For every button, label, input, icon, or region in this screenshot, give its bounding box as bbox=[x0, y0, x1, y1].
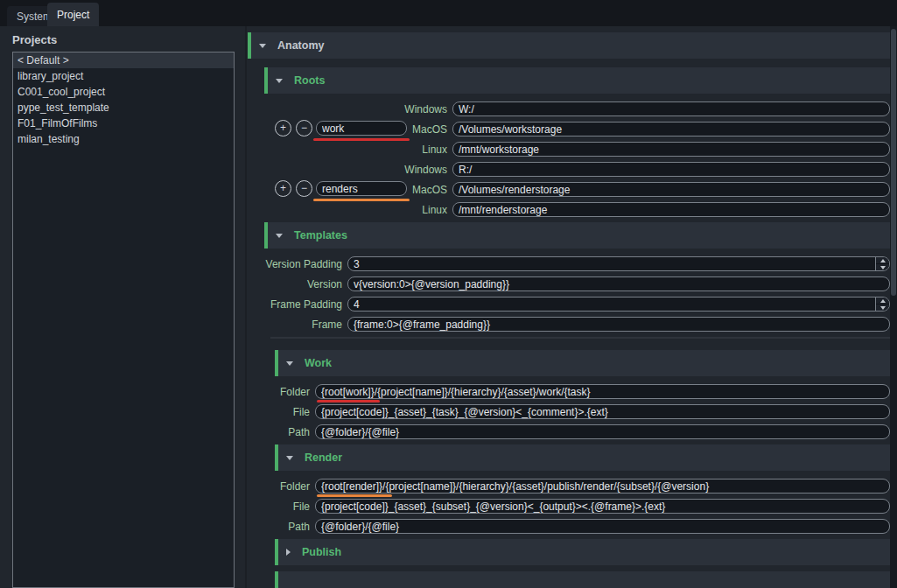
root-macos-input[interactable] bbox=[452, 182, 890, 197]
templates-section-title: Templates bbox=[294, 229, 347, 242]
field-label: Folder bbox=[275, 480, 315, 493]
field-row: Windows bbox=[264, 162, 890, 177]
projects-panel: Projects < Default > library_project C00… bbox=[0, 26, 245, 588]
project-list-item[interactable]: C001_cool_project bbox=[13, 84, 234, 100]
remove-root-button[interactable]: − bbox=[296, 180, 312, 197]
root-linux-input[interactable] bbox=[452, 202, 890, 217]
roots-section-header[interactable]: Roots bbox=[264, 67, 890, 94]
field-label: Path bbox=[275, 521, 315, 533]
work-section: Work Folder File bbox=[275, 350, 890, 439]
root-linux-input[interactable] bbox=[452, 142, 890, 157]
field-row: Path bbox=[275, 424, 890, 439]
render-section-title: Render bbox=[305, 452, 342, 464]
field-label: Linux bbox=[264, 144, 452, 156]
roots-section-body: + − Windows MacOS bbox=[264, 94, 890, 217]
field-label: Windows bbox=[264, 103, 452, 116]
spinbox-buttons[interactable] bbox=[875, 257, 889, 270]
render-file-input[interactable] bbox=[315, 499, 890, 514]
project-list[interactable]: < Default > library_project C001_cool_pr… bbox=[12, 52, 235, 588]
publish-section-header[interactable]: Publish bbox=[275, 539, 890, 565]
field-row: Version Padding bbox=[264, 256, 890, 271]
field-row: File bbox=[275, 404, 890, 419]
work-folder-input[interactable] bbox=[315, 384, 890, 399]
collapse-caret-icon bbox=[286, 456, 293, 460]
version-padding-input[interactable] bbox=[347, 256, 890, 271]
root-entry-work: + − Windows MacOS bbox=[264, 102, 890, 157]
project-list-item[interactable]: F01_FilmOfFilms bbox=[13, 116, 234, 131]
render-folder-input[interactable] bbox=[315, 479, 890, 494]
root-entry-controls: + − bbox=[275, 180, 450, 199]
field-label: Folder bbox=[275, 386, 315, 398]
remove-root-button[interactable]: − bbox=[296, 120, 312, 136]
field-row: Windows bbox=[264, 102, 890, 116]
field-row: Path bbox=[275, 519, 890, 534]
field-row: Folder bbox=[275, 479, 890, 494]
roots-section-title: Roots bbox=[294, 74, 325, 87]
modified-underline bbox=[313, 138, 410, 141]
field-row: Frame Padding bbox=[264, 297, 890, 312]
field-row: Frame bbox=[264, 317, 890, 332]
field-label: Version bbox=[264, 278, 347, 290]
override-underline bbox=[313, 199, 410, 201]
field-label: Frame bbox=[264, 318, 347, 331]
publish-section-title: Publish bbox=[302, 546, 341, 558]
project-list-item-default[interactable]: < Default > bbox=[13, 52, 234, 68]
field-label: File bbox=[275, 500, 315, 513]
field-row: File bbox=[275, 499, 890, 514]
root-macos-input[interactable] bbox=[452, 122, 890, 136]
render-section-header[interactable]: Render bbox=[275, 444, 890, 471]
root-entry-controls: + − bbox=[275, 120, 450, 138]
frame-template-input[interactable] bbox=[347, 317, 890, 332]
tab-bar: System Project bbox=[0, 0, 897, 26]
field-row: Version bbox=[264, 276, 890, 291]
add-root-button[interactable]: + bbox=[275, 180, 291, 197]
collapse-caret-icon bbox=[259, 44, 266, 48]
scrollbar-thumb[interactable] bbox=[891, 29, 896, 296]
projects-title: Projects bbox=[12, 33, 57, 46]
spin-up-icon[interactable] bbox=[876, 257, 889, 264]
collapse-caret-icon bbox=[286, 361, 293, 366]
section-separator bbox=[270, 337, 890, 339]
field-row: Folder bbox=[275, 384, 890, 399]
add-root-button[interactable]: + bbox=[275, 120, 291, 136]
override-underline bbox=[317, 494, 392, 497]
work-file-input[interactable] bbox=[315, 404, 890, 419]
publish-section: Publish bbox=[275, 539, 890, 588]
render-path-input[interactable] bbox=[315, 519, 890, 534]
frame-padding-input[interactable] bbox=[347, 297, 890, 312]
field-label: Version Padding bbox=[264, 258, 347, 270]
work-path-input[interactable] bbox=[315, 424, 890, 439]
field-row: Linux bbox=[264, 142, 890, 157]
project-list-item[interactable]: milan_testing bbox=[13, 131, 234, 147]
field-label: Linux bbox=[264, 204, 452, 216]
spinbox-buttons[interactable] bbox=[875, 298, 889, 311]
root-windows-input[interactable] bbox=[452, 102, 890, 116]
version-template-input[interactable] bbox=[347, 276, 890, 291]
templates-section-body: Version Padding Version Frame Padding bbox=[264, 248, 890, 588]
root-entry-renders: + − Windows MacOS bbox=[264, 162, 890, 217]
field-label: Windows bbox=[264, 164, 452, 176]
templates-section-header[interactable]: Templates bbox=[264, 222, 890, 248]
work-section-header[interactable]: Work bbox=[275, 350, 890, 376]
collapse-caret-icon bbox=[276, 79, 283, 83]
anatomy-section-title: Anatomy bbox=[277, 39, 324, 52]
root-windows-input[interactable] bbox=[452, 162, 890, 177]
anatomy-panel: Anatomy Roots + − bbox=[248, 26, 890, 588]
root-name-input[interactable] bbox=[316, 121, 407, 136]
root-name-input[interactable] bbox=[316, 181, 407, 196]
anatomy-section-header[interactable]: Anatomy bbox=[248, 32, 890, 59]
anatomy-section-body: Roots + − Windows bbox=[264, 67, 890, 588]
render-section: Render Folder File bbox=[275, 444, 890, 534]
project-list-item[interactable]: library_project bbox=[13, 68, 234, 84]
tab-project[interactable]: Project bbox=[47, 3, 99, 26]
field-label: Frame Padding bbox=[264, 298, 347, 311]
collapse-caret-icon bbox=[276, 234, 283, 238]
vertical-scrollbar[interactable] bbox=[890, 26, 897, 588]
spin-up-icon[interactable] bbox=[876, 298, 889, 304]
expand-caret-icon bbox=[286, 549, 291, 556]
work-section-title: Work bbox=[305, 357, 332, 369]
next-section-header-partial[interactable] bbox=[275, 571, 890, 588]
project-list-item[interactable]: pype_test_template bbox=[13, 100, 234, 116]
panel-splitter[interactable] bbox=[245, 26, 247, 588]
render-section-body: Folder File Path bbox=[275, 471, 890, 534]
